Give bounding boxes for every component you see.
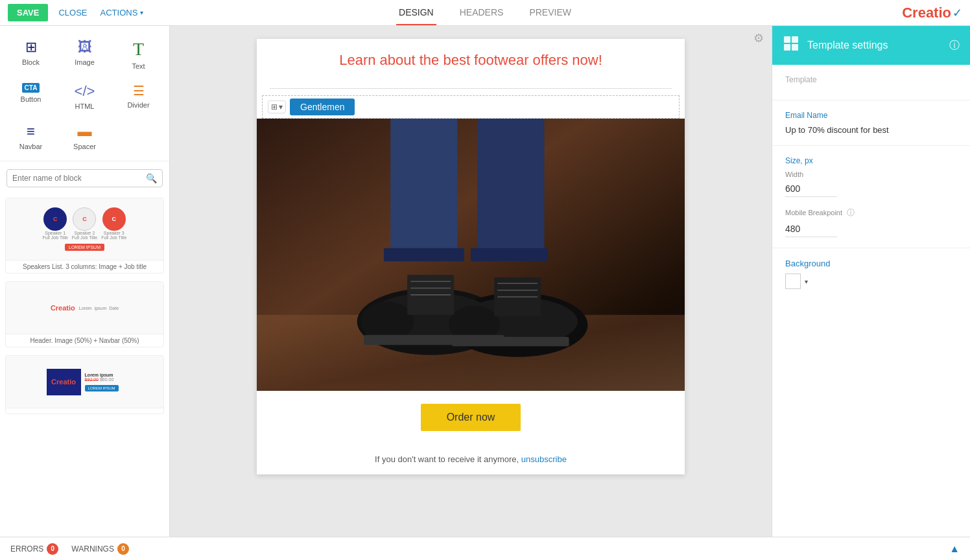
- search-bar[interactable]: 🔍: [6, 169, 163, 187]
- header-preview: Creatio Lorem ipsum Date: [6, 282, 163, 334]
- svg-rect-24: [784, 44, 790, 51]
- widget-block[interactable]: ⊞ Block: [5, 34, 56, 75]
- tab-bar-row: ⊞ ▾ Gentlemen: [262, 95, 680, 119]
- blocks-list: C Speaker 1 Full Job Title C Speaker 2 F…: [0, 192, 169, 537]
- topbar: SAVE CLOSE ACTIONS ▾ DESIGN HEADERS PREV…: [0, 0, 970, 26]
- errors-label: ERRORS: [10, 544, 43, 554]
- widget-spacer[interactable]: ▬ Spacer: [59, 118, 110, 156]
- tab-bar: DESIGN HEADERS PREVIEW: [396, 1, 574, 25]
- search-icon: 🔍: [146, 173, 157, 183]
- widget-divider[interactable]: ☰ Divider: [113, 78, 164, 115]
- right-sidebar: Template settings ⓘ Template Email Name …: [772, 26, 970, 537]
- template-section: Template: [772, 65, 970, 100]
- tab-controls: ⊞ ▾: [268, 100, 286, 113]
- info-icon[interactable]: ⓘ: [949, 39, 960, 52]
- size-label: Size, px: [785, 156, 957, 165]
- size-section: Size, px Width: [772, 146, 970, 207]
- save-button[interactable]: SAVE: [8, 4, 48, 21]
- color-dropdown-arrow[interactable]: ▾: [805, 278, 808, 285]
- text-icon: T: [133, 39, 144, 60]
- block-icon: ⊞: [25, 39, 37, 56]
- list-item[interactable]: C Speaker 1 Full Job Title C Speaker 2 F…: [5, 198, 164, 274]
- email-name-section: Email Name Up to 70% discount for best: [772, 100, 970, 145]
- actions-arrow-icon: ▾: [140, 9, 143, 16]
- svg-rect-3: [477, 119, 544, 261]
- divider-icon: ☰: [133, 83, 145, 99]
- widget-block-label: Block: [22, 58, 40, 66]
- spacer-icon: ▬: [78, 123, 92, 140]
- list-item[interactable]: Creatio Lorem ipsum Date Header. Image (…: [5, 281, 164, 347]
- collapse-icon[interactable]: ▲: [949, 543, 960, 555]
- search-input[interactable]: [12, 174, 146, 183]
- tab-move-icon[interactable]: ⊞: [271, 102, 278, 111]
- breakpoint-info-icon[interactable]: ⓘ: [847, 208, 855, 217]
- canvas-footer: If you don't want to receive it anymore,…: [257, 444, 685, 474]
- widget-html[interactable]: </> HTML: [59, 78, 110, 115]
- widget-divider-label: Divider: [127, 101, 149, 109]
- navbar-icon: ≡: [27, 123, 35, 140]
- svg-rect-23: [792, 36, 798, 43]
- close-button[interactable]: CLOSE: [58, 8, 87, 18]
- svg-rect-2: [390, 119, 457, 261]
- errors-item[interactable]: ERRORS 0: [10, 543, 58, 555]
- main-layout: ⊞ Block 🖼 Image T Text CTA Button </> HT…: [0, 26, 970, 537]
- header-block-label: Header. Image (50%) + Navbar (50%): [6, 334, 163, 347]
- actions-button[interactable]: ACTIONS ▾: [101, 8, 144, 18]
- html-icon: </>: [75, 83, 95, 100]
- order-now-button[interactable]: Order now: [421, 404, 521, 431]
- breakpoint-input[interactable]: [785, 221, 837, 237]
- list-item[interactable]: Creatio Lorem ipsum $92.00 $60.00 LOREM …: [5, 355, 164, 414]
- warnings-badge: 0: [117, 543, 129, 555]
- color-swatch[interactable]: [785, 274, 801, 289]
- widget-image-label: Image: [75, 58, 95, 66]
- canvas-image: [257, 119, 685, 391]
- email-name-value: Up to 70% discount for best: [785, 125, 957, 135]
- product-preview: Creatio Lorem ipsum $92.00 $60.00 LOREM …: [6, 356, 163, 408]
- widget-text-label: Text: [132, 62, 145, 70]
- speakers-block-label: Speakers List. 3 columns: Image + Job ti…: [6, 260, 163, 273]
- warnings-label: WARNINGS: [71, 544, 114, 554]
- background-label: Background: [785, 259, 957, 268]
- width-input[interactable]: [785, 181, 837, 197]
- errors-badge: 0: [47, 543, 58, 555]
- widget-html-label: HTML: [75, 102, 95, 110]
- sidebar-header: Template settings ⓘ: [772, 26, 970, 65]
- gear-icon[interactable]: ⚙: [753, 32, 764, 45]
- image-icon: 🖼: [78, 39, 92, 56]
- tab-design[interactable]: DESIGN: [396, 1, 436, 25]
- email-canvas: Learn about the best footwear offers now…: [257, 39, 685, 474]
- tab-headers[interactable]: HEADERS: [457, 1, 506, 25]
- widget-navbar[interactable]: ≡ Navbar: [5, 118, 56, 156]
- widget-cta-label: Button: [21, 95, 41, 103]
- widget-cta[interactable]: CTA Button: [5, 78, 56, 115]
- left-sidebar: ⊞ Block 🖼 Image T Text CTA Button </> HT…: [0, 26, 170, 537]
- template-label: Template: [785, 75, 957, 84]
- footer-text: If you don't want to receive it anymore,: [375, 454, 521, 464]
- unsubscribe-link[interactable]: unsubscribe: [521, 454, 567, 464]
- tab-preview[interactable]: PREVIEW: [526, 1, 574, 25]
- template-icon: [783, 35, 799, 56]
- canvas-divider: [270, 88, 672, 89]
- svg-rect-21: [452, 337, 569, 346]
- speakers-preview: C Speaker 1 Full Job Title C Speaker 2 F…: [6, 198, 163, 260]
- svg-rect-22: [784, 36, 790, 43]
- color-picker-row: ▾: [785, 274, 957, 289]
- logo-text: Creatio: [902, 5, 951, 21]
- shoe-svg: [257, 119, 685, 391]
- bottom-bar: ERRORS 0 WARNINGS 0 ▲: [0, 537, 970, 560]
- canvas-area: ⚙ Learn about the best footwear offers n…: [170, 26, 772, 537]
- widget-navbar-label: Navbar: [19, 143, 42, 150]
- tab-dropdown-icon[interactable]: ▾: [279, 102, 283, 111]
- widget-image[interactable]: 🖼 Image: [59, 34, 110, 75]
- canvas-header: Learn about the best footwear offers now…: [257, 39, 685, 82]
- warnings-item[interactable]: WARNINGS 0: [71, 543, 129, 555]
- width-label: Width: [785, 170, 957, 178]
- widget-text[interactable]: T Text: [113, 34, 164, 75]
- topbar-logo: Creatio ✓: [902, 5, 962, 21]
- cta-icon: CTA: [22, 83, 40, 93]
- canvas-headline: Learn about the best footwear offers now…: [270, 52, 672, 69]
- svg-rect-4: [384, 248, 464, 262]
- widget-grid: ⊞ Block 🖼 Image T Text CTA Button </> HT…: [0, 26, 169, 158]
- gentlemen-tab[interactable]: Gentlemen: [290, 99, 355, 115]
- svg-rect-5: [471, 248, 548, 262]
